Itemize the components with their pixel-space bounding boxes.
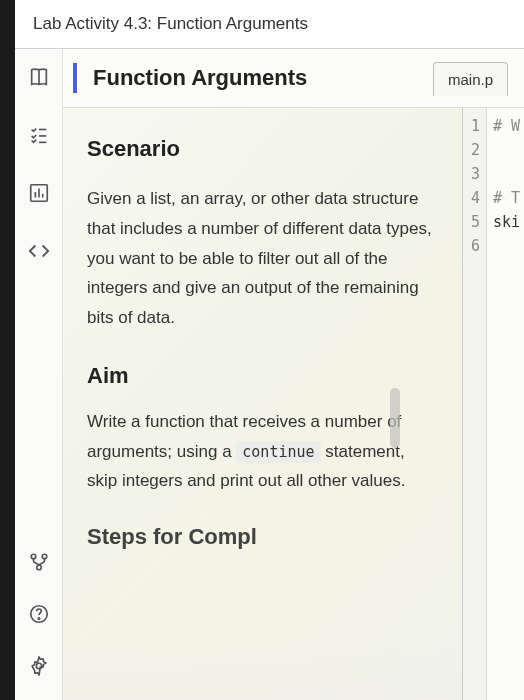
aim-body: Write a function that receives a number … — [87, 407, 438, 496]
code-line[interactable]: # W — [493, 114, 520, 138]
header-title: Lab Activity 4.3: Function Arguments — [15, 0, 524, 49]
code-lines[interactable]: # W # Tski — [487, 108, 520, 700]
scenario-heading: Scenario — [87, 136, 438, 162]
checklist-icon[interactable] — [25, 121, 53, 149]
code-editor[interactable]: 123456 # W # Tski — [462, 108, 524, 700]
icon-sidebar — [15, 49, 63, 700]
fade-overlay — [63, 640, 462, 700]
title-row: Function Arguments main.p — [63, 49, 524, 108]
help-icon[interactable] — [25, 600, 53, 628]
page-title: Function Arguments — [93, 65, 307, 91]
steps-heading: Steps for Compl — [87, 524, 438, 550]
code-line[interactable] — [493, 234, 520, 258]
line-gutter: 123456 — [463, 108, 487, 700]
svg-point-8 — [42, 554, 47, 559]
line-number: 1 — [463, 114, 480, 138]
chart-icon[interactable] — [25, 179, 53, 207]
code-icon[interactable] — [25, 237, 53, 265]
scenario-body: Given a list, an array, or other data st… — [87, 184, 438, 333]
code-line[interactable] — [493, 162, 520, 186]
svg-point-7 — [31, 554, 36, 559]
settings-icon[interactable] — [25, 652, 53, 680]
tab-main[interactable]: main.p — [433, 62, 508, 96]
instructions-pane: Scenario Given a list, an array, or othe… — [63, 108, 462, 700]
line-number: 6 — [463, 234, 480, 258]
svg-point-11 — [38, 618, 39, 619]
book-icon[interactable] — [25, 63, 53, 91]
code-line[interactable]: ski — [493, 210, 520, 234]
line-number: 2 — [463, 138, 480, 162]
line-number: 5 — [463, 210, 480, 234]
scrollbar[interactable] — [390, 388, 400, 448]
branch-icon[interactable] — [25, 548, 53, 576]
aim-heading: Aim — [87, 363, 438, 389]
code-line[interactable]: # T — [493, 186, 520, 210]
svg-point-9 — [36, 565, 41, 570]
title-accent — [73, 63, 77, 93]
continue-code: continue — [236, 441, 320, 463]
line-number: 4 — [463, 186, 480, 210]
line-number: 3 — [463, 162, 480, 186]
code-line[interactable] — [493, 138, 520, 162]
